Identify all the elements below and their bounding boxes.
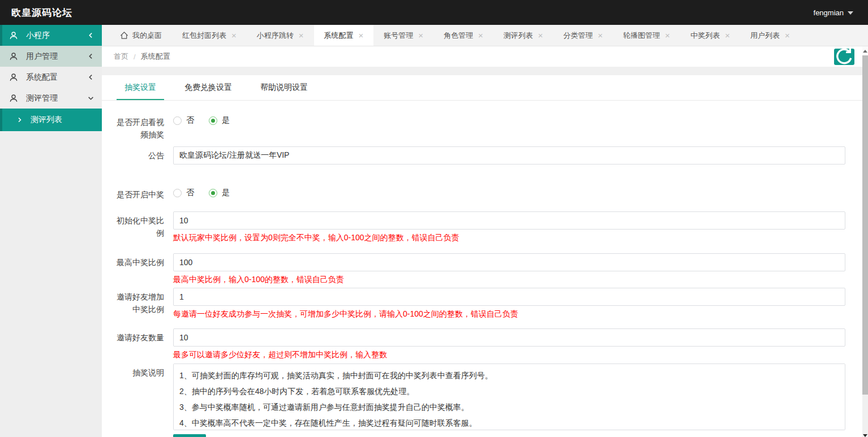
max-ratio-input[interactable]	[173, 253, 845, 271]
tab-review-list[interactable]: 测评列表 ×	[493, 25, 553, 46]
open-tabs-bar: 我的桌面 红包封面列表 × 小程序跳转 × 系统配置 × 账号管理 ×	[102, 25, 868, 46]
invite-ratio-input[interactable]	[173, 288, 845, 306]
chevron-left-icon	[88, 32, 94, 38]
breadcrumb: 首页 / 系统配置	[114, 51, 170, 62]
tab-label: 测评列表	[504, 31, 533, 41]
sidebar-subitem-review-list[interactable]: 测评列表	[0, 109, 102, 131]
user-menu[interactable]: fengmian	[814, 8, 868, 17]
radio-label: 否	[186, 115, 194, 126]
breadcrumb-row: 首页 / 系统配置	[102, 46, 862, 67]
radio-option-yes[interactable]: 是	[209, 188, 230, 198]
admin-page: 欧皇源码论坛 fengmian 小程序 用户管理	[0, 0, 868, 437]
breadcrumb-home[interactable]: 首页	[114, 51, 128, 62]
form-row-description: 抽奖说明 1、可抽奖封面的库存均可观，抽奖活动真实，抽中封面可在我的中奖列表中查…	[113, 364, 845, 432]
tab-role-management[interactable]: 角色管理 ×	[433, 25, 493, 46]
tab-label: 小程序跳转	[257, 31, 294, 41]
refresh-button[interactable]	[834, 49, 854, 65]
arrow-right-icon	[17, 117, 23, 123]
radio-icon-selected[interactable]	[209, 116, 217, 125]
tab-account-management[interactable]: 账号管理 ×	[373, 25, 433, 46]
sidebar-item-label: 小程序	[26, 31, 88, 41]
caret-down-icon	[848, 11, 853, 15]
tab-user-list[interactable]: 用户列表 ×	[740, 25, 800, 46]
main-area: 我的桌面 红包封面列表 × 小程序跳转 × 系统配置 × 账号管理 ×	[102, 25, 868, 437]
sidebar: 小程序 用户管理 系统配置	[0, 25, 102, 437]
tab-label: 系统配置	[324, 31, 354, 41]
lottery-settings-form: 是否开启看视频抽奖 否 是	[102, 101, 862, 437]
radio-label: 是	[222, 188, 230, 198]
sidebar-item-user-management[interactable]: 用户管理	[0, 46, 102, 67]
sidebar-item-label: 系统配置	[26, 72, 88, 83]
scrollbar-thumb[interactable]	[862, 55, 868, 395]
user-icon	[8, 93, 19, 103]
field-label: 是否开启看视频抽奖	[113, 113, 164, 141]
tab-label: 账号管理	[384, 31, 413, 41]
close-icon[interactable]: ×	[785, 31, 790, 40]
chevron-left-icon	[88, 74, 94, 80]
user-icon	[8, 51, 19, 62]
tab-miniprogram-jump[interactable]: 小程序跳转 ×	[247, 25, 314, 46]
home-icon	[120, 31, 128, 40]
user-icon	[8, 31, 19, 41]
form-row-notice: 公告	[113, 146, 845, 165]
breadcrumb-separator: /	[134, 53, 136, 61]
close-icon[interactable]: ×	[231, 31, 237, 40]
close-icon[interactable]: ×	[538, 31, 543, 40]
tab-label: 我的桌面	[132, 31, 162, 41]
close-icon[interactable]: ×	[478, 31, 483, 40]
init-ratio-input[interactable]	[173, 211, 845, 230]
form-row-win-enabled: 是否开启中奖 否 是	[113, 185, 845, 201]
radio-option-no[interactable]: 否	[173, 188, 194, 198]
field-hint: 每邀请一位好友成功参与一次抽奖，可增加多少中奖比例，请输入0-100之间的整数，…	[173, 308, 845, 319]
close-icon[interactable]: ×	[665, 31, 670, 40]
invite-count-input[interactable]	[173, 328, 845, 347]
radio-label: 否	[186, 188, 194, 198]
tab-carousel-management[interactable]: 轮播图管理 ×	[613, 25, 680, 46]
tab-category-management[interactable]: 分类管理 ×	[553, 25, 613, 46]
notice-input[interactable]	[173, 146, 845, 165]
chevron-left-icon	[88, 53, 94, 59]
sidebar-item-system-config[interactable]: 系统配置	[0, 67, 102, 88]
radio-icon[interactable]	[173, 116, 182, 125]
radio-option-no[interactable]: 否	[173, 115, 194, 126]
tab-free-exchange-settings[interactable]: 免费兑换设置	[177, 75, 240, 100]
radio-icon[interactable]	[173, 189, 182, 197]
field-hint: 最多可以邀请多少位好友，超过则不增加中奖比例，输入整数	[173, 349, 845, 360]
close-icon[interactable]: ×	[725, 31, 730, 40]
tab-help-settings[interactable]: 帮助说明设置	[252, 75, 316, 100]
radio-label: 是	[222, 115, 230, 126]
form-row-video-lottery: 是否开启看视频抽奖 否 是	[113, 113, 845, 141]
tab-lottery-settings[interactable]: 抽奖设置	[117, 75, 164, 100]
tab-redpacket-cover-list[interactable]: 红包封面列表 ×	[172, 25, 247, 46]
radio-icon-selected[interactable]	[209, 189, 217, 197]
scrollbar-up-arrow[interactable]	[862, 46, 868, 55]
close-icon[interactable]: ×	[299, 31, 304, 40]
tab-system-config[interactable]: 系统配置 ×	[314, 25, 374, 46]
tab-my-desktop[interactable]: 我的桌面	[110, 25, 172, 46]
tab-winning-list[interactable]: 中奖列表 ×	[680, 25, 740, 46]
tab-label: 角色管理	[444, 31, 473, 41]
field-label: 邀请好友数量	[113, 328, 164, 360]
settings-tabs: 抽奖设置 免费兑换设置 帮助说明设置	[102, 75, 862, 101]
radio-option-yes[interactable]: 是	[209, 115, 230, 126]
sidebar-item-review-management[interactable]: 测评管理	[0, 88, 102, 109]
close-icon[interactable]: ×	[359, 31, 364, 40]
close-icon[interactable]: ×	[598, 31, 603, 40]
form-row-init-ratio: 初始化中奖比例 默认玩家中奖比例，设置为0则完全不中奖，输入0-100之间的整数…	[113, 211, 845, 243]
tab-label: 分类管理	[564, 31, 593, 41]
sidebar-item-miniprogram[interactable]: 小程序	[0, 25, 102, 46]
tab-label: 轮播图管理	[623, 31, 660, 41]
settings-card: 抽奖设置 免费兑换设置 帮助说明设置 是否开启看视频抽奖	[102, 75, 862, 437]
scrollbar-down-arrow[interactable]	[862, 431, 868, 437]
win-enabled-radio-group: 否 是	[173, 185, 845, 198]
video-lottery-radio-group: 否 是	[173, 113, 845, 126]
form-row-submit: 修改	[113, 434, 845, 437]
sidebar-subitem-label: 测评列表	[31, 115, 62, 125]
submit-button[interactable]: 修改	[173, 434, 206, 437]
field-label: 最高中奖比例	[113, 253, 164, 285]
field-label: 是否开启中奖	[113, 185, 164, 201]
username: fengmian	[814, 8, 844, 17]
lottery-description-textarea[interactable]: 1、可抽奖封面的库存均可观，抽奖活动真实，抽中封面可在我的中奖列表中查看序列号。…	[173, 364, 845, 430]
close-icon[interactable]: ×	[418, 31, 423, 40]
vertical-scrollbar[interactable]	[862, 46, 868, 437]
